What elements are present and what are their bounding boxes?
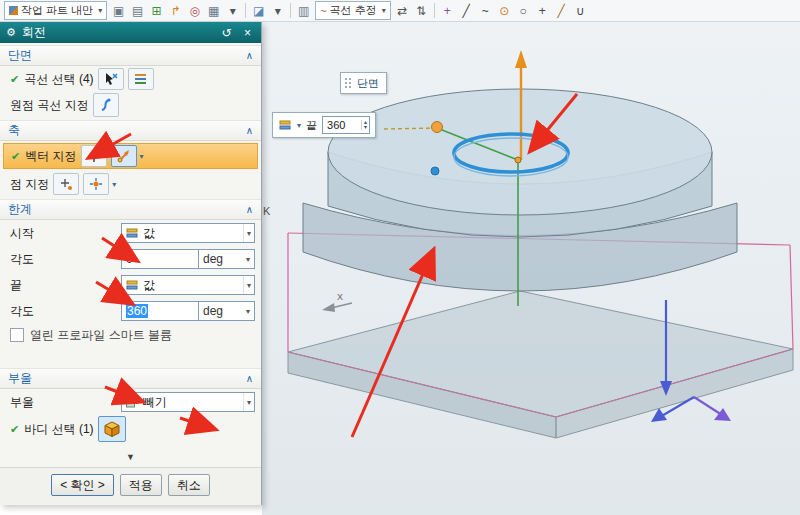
boolean-type-value: 빼기 [143, 394, 167, 411]
value-icon [125, 278, 139, 292]
end-angle-toolbar[interactable]: ▾ 끝 360 ▴ ▾ [272, 112, 376, 138]
section-group-header[interactable]: 단면 ∧ [0, 45, 261, 66]
plus-icon[interactable]: + [533, 1, 552, 20]
end-angle-value: 360 [126, 304, 148, 318]
collapse-icon[interactable]: ∧ [246, 125, 253, 136]
vector-crosshair-button[interactable] [81, 145, 107, 167]
dropdown-caret-icon: ▾ [243, 250, 250, 268]
axis-origin-point[interactable] [515, 157, 521, 163]
circle-point-icon[interactable]: ⊙ [495, 1, 514, 20]
unit-label: deg [203, 304, 223, 318]
boolean-group-header[interactable]: 부울 ∧ [0, 368, 261, 389]
more-commands-caret-icon[interactable]: ▾ [223, 1, 242, 20]
cross-point-icon[interactable]: + [438, 1, 457, 20]
point-dialog-button[interactable] [53, 173, 79, 195]
origin-curve-label: 원점 곡선 지정 [10, 97, 89, 114]
chamfer-line-icon[interactable]: ╱ [552, 1, 571, 20]
limits-group-header[interactable]: 한계 ∧ [0, 199, 261, 220]
selection-intent-button[interactable] [128, 68, 154, 90]
axis-header-label: 축 [8, 122, 20, 139]
drag-ball-handle[interactable] [432, 122, 443, 133]
toolbar-icons-left: ▣▤⊞↱◎▦▾◪▾▥ [109, 1, 313, 20]
direction-arrow-icon[interactable]: ↱ [166, 1, 185, 20]
stray-label: K [263, 205, 271, 217]
nx-application-window: 작업 파트 내만 ▾ ▣▤⊞↱◎▦▾◪▾▥ ~ 곡선 추정 ▾ ⇄⇅+╱~⊙○+… [0, 0, 800, 515]
end-type-dropdown[interactable]: 값 ▾ [121, 275, 255, 295]
updown-arrows-icon[interactable]: ⇅ [412, 1, 431, 20]
vector-arrow-icon [116, 148, 132, 164]
dialog-buttons: < 확인 > 적용 취소 [0, 467, 261, 505]
more-options-button[interactable]: ▼ [0, 449, 261, 465]
viewport-3d-scene: X K [262, 22, 800, 515]
point-options-caret-icon[interactable]: ▾ [112, 180, 116, 189]
curve-select-row[interactable]: ✔ 곡선 선택 (4) [0, 66, 261, 92]
value-icon [278, 118, 292, 132]
crosshair-icon [86, 148, 102, 164]
spinner[interactable]: ▴ ▾ [361, 120, 367, 130]
origin-curve-row[interactable]: 원점 곡선 지정 [0, 92, 261, 118]
point-button[interactable] [83, 173, 109, 195]
collapse-icon[interactable]: ∧ [246, 204, 253, 215]
solid-body-cube-icon [103, 420, 121, 438]
drag-grip-icon[interactable] [344, 77, 352, 89]
start-angle-row: 각도 0 deg ▾ [0, 246, 261, 272]
curve-icon[interactable]: ~ [476, 1, 495, 20]
subtract-icon [125, 395, 139, 409]
vector-options-caret-icon[interactable]: ▾ [140, 152, 144, 161]
open-profile-row: 열린 프로파일 스마트 볼륨 [0, 324, 261, 346]
dropdown-caret-icon: ▾ [243, 276, 251, 294]
axis-group-header[interactable]: 축 ∧ [0, 120, 261, 141]
work-part-filter-dropdown[interactable]: 작업 파트 내만 ▾ [4, 1, 107, 20]
vector-dialog-button[interactable] [111, 145, 137, 167]
curve-select-label: 곡선 선택 (4) [24, 71, 93, 88]
measure-icon[interactable]: ◎ [185, 1, 204, 20]
end-angle-input[interactable]: 360 ▴ ▾ [322, 116, 370, 134]
pattern-grid-icon[interactable]: ▦ [204, 1, 223, 20]
point-specify-row[interactable]: 점 지정 ▾ [0, 171, 261, 197]
ok-button[interactable]: < 확인 > [51, 474, 114, 496]
view-layout-icon[interactable]: ▤ [128, 1, 147, 20]
more-icon: ▼ [126, 452, 135, 462]
solid-cube-icon[interactable]: ◪ [249, 1, 268, 20]
collapse-icon[interactable]: ∧ [246, 50, 253, 61]
start-angle-unit-dropdown[interactable]: deg ▾ [199, 249, 255, 269]
circle-icon[interactable]: ○ [514, 1, 533, 20]
boolean-type-dropdown[interactable]: 빼기 ▾ [121, 392, 255, 412]
select-body-button[interactable] [98, 416, 126, 442]
graphics-viewport[interactable]: X K 단면 ▾ 끝 360 ▴ ▾ [262, 22, 800, 515]
vector-specify-row[interactable]: ✔ 벡터 지정 ▾ [3, 143, 258, 169]
snap-settings-icon[interactable]: ▥ [294, 1, 313, 20]
value-mode-button[interactable]: ▾ [278, 118, 301, 132]
section-drag-label[interactable]: 단면 [340, 72, 387, 94]
collapse-icon[interactable]: ∧ [246, 373, 253, 384]
dialog-menu-gear-icon[interactable]: ⚙ [6, 26, 16, 39]
body-select-label: 바디 선택 (1) [24, 421, 93, 438]
start-type-dropdown[interactable]: 값 ▾ [121, 223, 255, 243]
dialog-titlebar[interactable]: ⚙ 회전 ↺ × [0, 22, 261, 43]
line-icon[interactable]: ╱ [457, 1, 476, 20]
end-angle-unit-dropdown[interactable]: deg ▾ [199, 301, 255, 321]
start-type-value: 값 [143, 225, 155, 242]
select-curve-button[interactable] [98, 68, 124, 90]
curve-rule-dropdown[interactable]: ~ 곡선 추정 ▾ [315, 1, 391, 20]
apply-button[interactable]: 적용 [120, 474, 162, 496]
point-plus-icon [58, 176, 74, 192]
end-angle-input[interactable]: 360 [121, 301, 199, 321]
sketch-plus-icon[interactable]: ⊞ [147, 1, 166, 20]
close-icon[interactable]: × [240, 26, 255, 40]
selection-list-icon [133, 71, 149, 87]
start-angle-label: 각도 [10, 251, 34, 268]
cancel-button[interactable]: 취소 [168, 474, 210, 496]
body-select-row[interactable]: ✔ 바디 선택 (1) [0, 415, 261, 443]
origin-curve-button[interactable] [93, 93, 119, 117]
part-filter-icon [9, 6, 18, 15]
unit-label: deg [203, 252, 223, 266]
start-angle-input[interactable]: 0 [121, 249, 199, 269]
swap-arrows-icon[interactable]: ⇄ [393, 1, 412, 20]
open-profile-checkbox[interactable] [10, 328, 24, 342]
boolean-header-label: 부울 [8, 370, 32, 387]
window-cascade-icon[interactable]: ▣ [109, 1, 128, 20]
cube-caret-icon[interactable]: ▾ [268, 1, 287, 20]
arc-icon[interactable]: ∪ [571, 1, 590, 20]
reset-icon[interactable]: ↺ [219, 26, 234, 40]
